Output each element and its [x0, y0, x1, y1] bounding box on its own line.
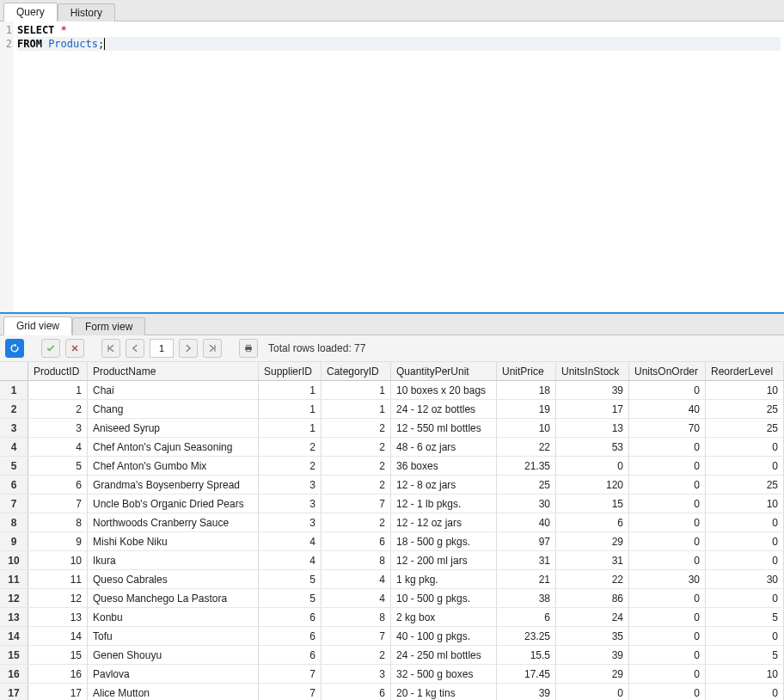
- cell-unitsinstock[interactable]: 0: [556, 684, 629, 701]
- table-row[interactable]: 1717Alice Mutton7620 - 1 kg tins39000TRU…: [0, 684, 784, 701]
- cell-unitsinstock[interactable]: 13: [556, 419, 629, 438]
- table-row[interactable]: 44Chef Anton's Cajun Seasoning2248 - 6 o…: [0, 438, 784, 457]
- cell-unitsinstock[interactable]: 24: [556, 608, 629, 627]
- cell-unitprice[interactable]: 22: [497, 438, 556, 457]
- table-row[interactable]: 11Chai1110 boxes x 20 bags1839010FALSE: [0, 381, 784, 400]
- cell-unitsonorder[interactable]: 0: [629, 438, 706, 457]
- cell-unitprice[interactable]: 23.25: [497, 627, 556, 646]
- cell-productid[interactable]: 11: [28, 570, 88, 589]
- cell-productname[interactable]: Grandma's Boysenberry Spread: [88, 476, 259, 494]
- cell-productid[interactable]: 15: [28, 646, 88, 665]
- cell-quantityperunit[interactable]: 24 - 12 oz bottles: [391, 400, 497, 419]
- column-header-productid[interactable]: ProductID: [28, 362, 88, 381]
- cell-reorderlevel[interactable]: 0: [706, 457, 784, 476]
- cell-productname[interactable]: Alice Mutton: [88, 684, 259, 701]
- cell-unitsonorder[interactable]: 0: [629, 551, 706, 570]
- cell-unitsonorder[interactable]: 0: [629, 684, 706, 701]
- cell-categoryid[interactable]: 8: [322, 551, 391, 570]
- cell-productid[interactable]: 3: [28, 419, 88, 438]
- cell-unitsonorder[interactable]: 0: [629, 513, 706, 532]
- cell-quantityperunit[interactable]: 36 boxes: [391, 457, 497, 476]
- cell-categoryid[interactable]: 8: [322, 608, 391, 627]
- table-row[interactable]: 22Chang1124 - 12 oz bottles19174025FALSE: [0, 400, 784, 419]
- cell-unitprice[interactable]: 21: [497, 570, 556, 589]
- cell-unitsinstock[interactable]: 29: [556, 665, 629, 684]
- cell-supplierid[interactable]: 3: [259, 476, 322, 494]
- data-grid[interactable]: ProductIDProductNameSupplierIDCategoryID…: [0, 362, 784, 700]
- cell-reorderlevel[interactable]: 0: [706, 551, 784, 570]
- table-row[interactable]: 1313Konbu682 kg box62405FALSE: [0, 608, 784, 627]
- cell-supplierid[interactable]: 3: [259, 513, 322, 532]
- cell-supplierid[interactable]: 4: [259, 551, 322, 570]
- rollback-button[interactable]: [65, 339, 84, 358]
- cell-unitprice[interactable]: 31: [497, 551, 556, 570]
- cell-categoryid[interactable]: 2: [322, 476, 391, 494]
- cell-categoryid[interactable]: 1: [322, 381, 391, 400]
- cell-productid[interactable]: 12: [28, 589, 88, 608]
- table-row[interactable]: 33Aniseed Syrup1212 - 550 ml bottles1013…: [0, 419, 784, 438]
- cell-categoryid[interactable]: 4: [322, 589, 391, 608]
- cell-unitsonorder[interactable]: 0: [629, 608, 706, 627]
- cell-supplierid[interactable]: 1: [259, 381, 322, 400]
- sql-editor[interactable]: 1 2 SELECT *FROM Products;: [0, 21, 784, 314]
- cell-unitsonorder[interactable]: 40: [629, 400, 706, 419]
- cell-supplierid[interactable]: 6: [259, 627, 322, 646]
- cell-unitsonorder[interactable]: 0: [629, 457, 706, 476]
- column-header-quantityperunit[interactable]: QuantityPerUnit: [391, 362, 497, 381]
- cell-quantityperunit[interactable]: 10 boxes x 20 bags: [391, 381, 497, 400]
- cell-unitsonorder[interactable]: 0: [629, 494, 706, 513]
- cell-productname[interactable]: Aniseed Syrup: [88, 419, 259, 438]
- cell-quantityperunit[interactable]: 12 - 200 ml jars: [391, 551, 497, 570]
- cell-reorderlevel[interactable]: 5: [706, 646, 784, 665]
- cell-supplierid[interactable]: 6: [259, 608, 322, 627]
- cell-categoryid[interactable]: 6: [322, 532, 391, 551]
- cell-supplierid[interactable]: 1: [259, 400, 322, 419]
- cell-reorderlevel[interactable]: 0: [706, 438, 784, 457]
- cell-unitsonorder[interactable]: 70: [629, 419, 706, 438]
- column-header-reorderlevel[interactable]: ReorderLevel: [706, 362, 784, 381]
- editor-content[interactable]: SELECT *FROM Products;: [14, 21, 784, 312]
- cell-categoryid[interactable]: 3: [322, 665, 391, 684]
- prev-page-button[interactable]: [126, 339, 144, 358]
- cell-unitprice[interactable]: 39: [497, 684, 556, 701]
- cell-unitsonorder[interactable]: 0: [629, 665, 706, 684]
- table-row[interactable]: 1010Ikura4812 - 200 ml jars313100FALSE: [0, 551, 784, 570]
- cell-productname[interactable]: Chef Anton's Cajun Seasoning: [88, 438, 259, 457]
- tab-form-view[interactable]: Form view: [72, 317, 145, 335]
- cell-quantityperunit[interactable]: 24 - 250 ml bottles: [391, 646, 497, 665]
- cell-quantityperunit[interactable]: 48 - 6 oz jars: [391, 438, 497, 457]
- cell-quantityperunit[interactable]: 10 - 500 g pkgs.: [391, 589, 497, 608]
- cell-quantityperunit[interactable]: 12 - 550 ml bottles: [391, 419, 497, 438]
- cell-unitsinstock[interactable]: 120: [556, 476, 629, 494]
- cell-supplierid[interactable]: 3: [259, 494, 322, 513]
- cell-categoryid[interactable]: 2: [322, 513, 391, 532]
- cell-reorderlevel[interactable]: 0: [706, 513, 784, 532]
- cell-productid[interactable]: 17: [28, 684, 88, 701]
- cell-categoryid[interactable]: 7: [322, 494, 391, 513]
- cell-unitsinstock[interactable]: 39: [556, 646, 629, 665]
- cell-supplierid[interactable]: 5: [259, 589, 322, 608]
- cell-productid[interactable]: 5: [28, 457, 88, 476]
- column-header-unitsinstock[interactable]: UnitsInStock: [556, 362, 629, 381]
- column-header-unitprice[interactable]: UnitPrice: [497, 362, 556, 381]
- cell-productid[interactable]: 2: [28, 400, 88, 419]
- cell-productid[interactable]: 9: [28, 532, 88, 551]
- column-header-productname[interactable]: ProductName: [88, 362, 259, 381]
- cell-unitsinstock[interactable]: 15: [556, 494, 629, 513]
- cell-reorderlevel[interactable]: 0: [706, 684, 784, 701]
- cell-supplierid[interactable]: 4: [259, 532, 322, 551]
- cell-supplierid[interactable]: 2: [259, 457, 322, 476]
- cell-unitsonorder[interactable]: 0: [629, 476, 706, 494]
- table-row[interactable]: 88Northwoods Cranberry Sauce3212 - 12 oz…: [0, 513, 784, 532]
- cell-reorderlevel[interactable]: 25: [706, 476, 784, 494]
- cell-unitsonorder[interactable]: 0: [629, 381, 706, 400]
- cell-productid[interactable]: 13: [28, 608, 88, 627]
- commit-button[interactable]: [41, 339, 60, 358]
- cell-unitprice[interactable]: 15.5: [497, 646, 556, 665]
- cell-categoryid[interactable]: 6: [322, 684, 391, 701]
- cell-productname[interactable]: Chef Anton's Gumbo Mix: [88, 457, 259, 476]
- table-row[interactable]: 66Grandma's Boysenberry Spread3212 - 8 o…: [0, 476, 784, 494]
- cell-unitprice[interactable]: 10: [497, 419, 556, 438]
- cell-quantityperunit[interactable]: 2 kg box: [391, 608, 497, 627]
- cell-unitsinstock[interactable]: 31: [556, 551, 629, 570]
